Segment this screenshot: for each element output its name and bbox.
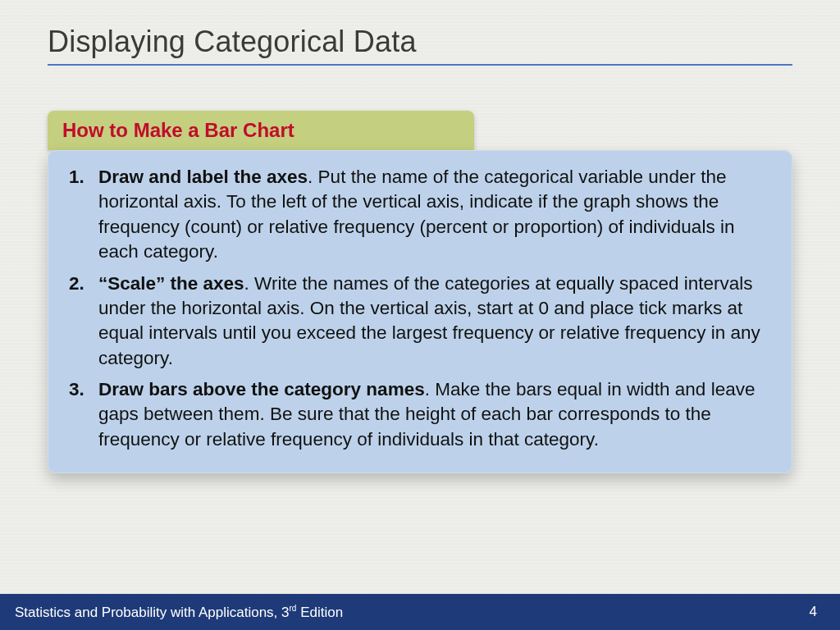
callout-header-text: How to Make a Bar Chart <box>62 119 294 142</box>
step-item: Draw bars above the category names. Make… <box>69 377 771 452</box>
title-area: Displaying Categorical Data <box>48 25 792 66</box>
footer-book: Statistics and Probability with Applicat… <box>15 604 343 621</box>
step-lead: “Scale” the axes <box>98 273 244 294</box>
title-underline <box>48 64 792 66</box>
footer-bar: Statistics and Probability with Applicat… <box>0 594 840 630</box>
step-lead: Draw bars above the category names <box>98 379 425 399</box>
step-item: Draw and label the axes. Put the name of… <box>69 165 771 265</box>
content-card: Draw and label the axes. Put the name of… <box>48 150 792 473</box>
step-lead: Draw and label the axes <box>98 167 308 187</box>
slide: Displaying Categorical Data How to Make … <box>0 0 840 630</box>
step-item: “Scale” the axes. Write the names of the… <box>69 272 771 372</box>
callout-header: How to Make a Bar Chart <box>48 111 474 150</box>
slide-title: Displaying Categorical Data <box>48 25 792 59</box>
footer-page-number: 4 <box>810 604 817 620</box>
footer-book-suffix: Edition <box>296 604 343 619</box>
footer-book-prefix: Statistics and Probability with Applicat… <box>15 604 290 619</box>
steps-list: Draw and label the axes. Put the name of… <box>69 165 771 452</box>
